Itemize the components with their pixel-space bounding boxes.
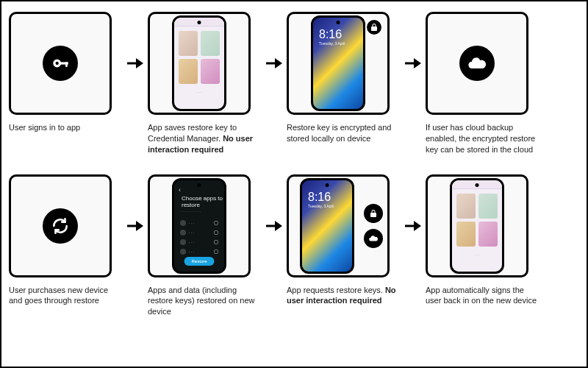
caption-new-device: User purchases new device and goes throu… — [9, 285, 123, 307]
step-request-keys: 8:16 Tuesday, 3 April App requests resto… — [287, 174, 401, 307]
phone-app-gallery: · · · — [450, 178, 504, 274]
phone-lockscreen: 8:16 Tuesday, 3 April — [300, 178, 354, 274]
caption-request-keys: App requests restore keys. No user inter… — [287, 285, 401, 307]
caption-cloud-backup: If user has cloud backup enabled, the en… — [426, 122, 539, 155]
tile-save-key: · · · — [148, 12, 251, 115]
phone-app-gallery: · · · — [172, 15, 226, 111]
restore-button: Restore — [184, 257, 214, 266]
cloud-icon — [459, 46, 495, 81]
back-arrow-icon: ‹ — [179, 186, 181, 194]
svg-rect-3 — [65, 62, 68, 67]
tile-restore-apps: ‹ Choose apps to restore · · · · · · · ·… — [148, 174, 251, 277]
lockscreen-time: 8:16 — [319, 28, 342, 41]
key-icon — [43, 46, 78, 81]
cloud-icon — [364, 229, 383, 248]
arrow-icon — [266, 174, 282, 277]
flow-row-backup: User signs in to app · · · App saves res… — [9, 12, 579, 155]
arrow-icon — [405, 174, 421, 277]
svg-marker-9 — [414, 58, 421, 68]
restore-dialog-subtitle: · · · · · · · · · · · — [182, 210, 221, 213]
lockscreen-time: 8:16 — [308, 191, 331, 204]
lockscreen-date: Tuesday, 3 April — [319, 41, 345, 46]
step-save-key: · · · App saves restore key to Credentia… — [148, 12, 262, 155]
step-cloud-backup: If user has cloud backup enabled, the en… — [426, 12, 549, 155]
arrow-icon — [266, 12, 282, 115]
svg-point-1 — [56, 62, 59, 65]
restore-dialog-title: Choose apps to restore — [182, 195, 224, 208]
svg-marker-13 — [275, 221, 282, 231]
sync-icon — [43, 208, 78, 244]
caption-save-key: App saves restore key to Credential Mana… — [148, 122, 262, 155]
svg-marker-11 — [136, 221, 143, 231]
tile-encrypt-local: 8:16 Tuesday, 3 April — [287, 12, 390, 115]
caption-restore-apps: Apps and data (including restore keys) r… — [148, 285, 262, 318]
svg-marker-15 — [414, 221, 421, 231]
step-sign-in: User signs in to app — [9, 12, 123, 133]
tile-new-device — [9, 174, 112, 277]
tile-sign-in — [9, 12, 112, 115]
arrow-icon — [405, 12, 421, 115]
svg-marker-5 — [136, 58, 143, 68]
step-new-device: User purchases new device and goes throu… — [9, 174, 123, 307]
step-restore-apps: ‹ Choose apps to restore · · · · · · · ·… — [148, 174, 262, 318]
lockscreen-date: Tuesday, 3 April — [308, 204, 334, 208]
caption-encrypt-local: Restore key is encrypted and stored loca… — [287, 122, 401, 144]
tile-auto-signin: · · · — [426, 174, 528, 277]
tile-cloud-backup — [426, 12, 528, 115]
lock-icon — [365, 18, 383, 36]
caption-sign-in: User signs in to app — [9, 122, 80, 133]
caption-auto-signin: App automatically signs the user back in… — [426, 285, 539, 307]
step-encrypt-local: 8:16 Tuesday, 3 April Restore key is enc… — [287, 12, 401, 144]
flow-row-restore: User purchases new device and goes throu… — [9, 174, 579, 318]
arrow-icon — [127, 12, 143, 115]
arrow-icon — [127, 174, 143, 277]
tile-request-keys: 8:16 Tuesday, 3 April — [287, 174, 390, 277]
step-auto-signin: · · · App automatically signs the user b… — [426, 174, 549, 307]
lock-icon — [364, 204, 383, 223]
phone-restore-dialog: ‹ Choose apps to restore · · · · · · · ·… — [172, 178, 226, 274]
phone-lockscreen: 8:16 Tuesday, 3 April — [311, 15, 365, 111]
svg-marker-7 — [275, 58, 282, 68]
